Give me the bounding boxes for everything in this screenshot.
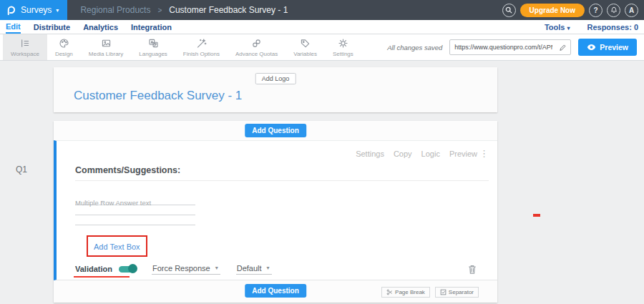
tool-variables[interactable]: Variables xyxy=(286,34,325,60)
answer-placeholder: Multiple Row Answer text xyxy=(75,199,151,207)
annotation-red-dash xyxy=(533,214,540,217)
breadcrumb-folder[interactable]: Regional Products xyxy=(80,5,150,15)
upgrade-now-button[interactable]: Upgrade Now xyxy=(520,4,585,17)
trash-icon xyxy=(467,264,477,275)
survey-canvas: Q1 Add Logo Customer Feedback Survey - 1… xyxy=(0,61,644,303)
bell-icon xyxy=(610,6,618,14)
palette-icon xyxy=(58,37,70,49)
question-section: Add Question Settings Copy Logic Preview… xyxy=(54,121,497,303)
chevron-down-icon: ▾ xyxy=(215,265,218,271)
delete-question-button[interactable] xyxy=(467,264,477,275)
survey-header-card: Add Logo Customer Feedback Survey - 1 xyxy=(54,67,497,112)
tag-icon xyxy=(299,37,311,49)
add-question-strip-bottom: Add Question Page Break Separator xyxy=(54,280,497,303)
translate-icon xyxy=(147,37,160,49)
validation-label: Validation xyxy=(75,265,112,273)
answer-row-2[interactable] xyxy=(75,205,195,215)
survey-url-box xyxy=(449,39,571,55)
question-content: Comments/Suggestions: Multiple Row Answe… xyxy=(57,141,497,257)
question-more-menu-icon[interactable]: ⋮ xyxy=(479,148,489,159)
checkbox-icon xyxy=(440,289,447,295)
edit-url-button[interactable] xyxy=(555,44,570,52)
add-question-button-top[interactable]: Add Question xyxy=(245,124,306,137)
tab-integration[interactable]: Integration xyxy=(131,20,172,34)
product-switcher[interactable]: Surveys ▾ xyxy=(0,0,67,20)
question-logic-link[interactable]: Logic xyxy=(421,149,440,158)
breadcrumb: Regional Products > Customer Feedback Su… xyxy=(80,5,288,15)
notifications-button[interactable] xyxy=(607,4,620,17)
questionpro-logo-icon xyxy=(6,5,16,16)
add-logo-button[interactable]: Add Logo xyxy=(255,73,296,84)
add-question-button-bottom[interactable]: Add Question xyxy=(245,284,306,298)
survey-url-input[interactable] xyxy=(450,44,555,51)
default-dropdown[interactable]: Default ▾ xyxy=(236,264,272,275)
page-break-button[interactable]: Page Break xyxy=(381,287,430,298)
survey-title[interactable]: Customer Feedback Survey - 1 xyxy=(74,89,242,103)
editor-toolbar: Workspace Design Media Library Languages… xyxy=(0,34,644,61)
separator-button[interactable]: Separator xyxy=(435,287,479,298)
validation-toggle[interactable] xyxy=(119,266,136,273)
avatar-initial: A xyxy=(629,6,634,14)
answer-row-3[interactable] xyxy=(75,215,195,225)
chevron-down-icon: ▾ xyxy=(567,25,570,31)
chevron-down-icon: ▾ xyxy=(267,265,270,271)
add-text-box-link[interactable]: Add Text Box xyxy=(94,242,140,251)
product-name: Surveys xyxy=(21,5,52,15)
gear-icon xyxy=(337,37,349,49)
question-footer: Validation Force Response ▾ Default ▾ xyxy=(57,258,497,280)
responses-count[interactable]: Responses: 0 xyxy=(587,23,638,31)
topbar-actions: Upgrade Now ? A xyxy=(502,4,644,17)
answer-row-1[interactable]: Multiple Row Answer text xyxy=(75,195,195,205)
question-settings-link[interactable]: Settings xyxy=(356,149,384,158)
nav-right: Tools ▾ Responses: 0 xyxy=(545,23,638,31)
account-avatar[interactable]: A xyxy=(625,4,638,17)
tab-edit[interactable]: Edit xyxy=(6,20,21,34)
survey-nav: Edit Distribute Analytics Integration To… xyxy=(0,20,644,34)
tab-distribute[interactable]: Distribute xyxy=(34,20,70,34)
image-icon xyxy=(100,37,112,49)
tool-finish-options[interactable]: Finish Options xyxy=(175,34,228,60)
search-button[interactable] xyxy=(502,4,516,17)
toggle-knob xyxy=(128,264,137,273)
pencil-icon xyxy=(559,44,567,52)
tool-design[interactable]: Design xyxy=(47,34,81,60)
tool-languages[interactable]: Languages xyxy=(131,34,175,60)
quota-links-icon xyxy=(250,37,263,49)
page-controls: Page Break Separator xyxy=(381,287,479,298)
add-text-box-highlight: Add Text Box xyxy=(87,235,147,257)
tools-menu[interactable]: Tools ▾ xyxy=(545,23,570,31)
breadcrumb-survey-name: Customer Feedback Survey - 1 xyxy=(169,5,288,15)
tool-media-library[interactable]: Media Library xyxy=(81,34,131,60)
help-button[interactable]: ? xyxy=(589,4,602,17)
question-card: Settings Copy Logic Preview ⋮ Comments/S… xyxy=(54,140,497,280)
toolbar-right: All changes saved Preview xyxy=(387,34,644,60)
scissors-icon xyxy=(386,289,393,295)
validation-annotation-underline xyxy=(74,276,130,278)
workspace-icon xyxy=(19,37,31,49)
preview-button[interactable]: Preview xyxy=(578,39,637,56)
magic-wand-icon xyxy=(195,37,208,49)
tool-advance-quotas[interactable]: Advance Quotas xyxy=(228,34,286,60)
question-copy-link[interactable]: Copy xyxy=(394,149,412,158)
force-response-dropdown[interactable]: Force Response ▾ xyxy=(152,264,220,275)
tab-analytics[interactable]: Analytics xyxy=(83,20,118,34)
tool-workspace[interactable]: Workspace xyxy=(3,34,47,60)
top-bar: Surveys ▾ Regional Products > Customer F… xyxy=(0,0,644,20)
question-preview-link[interactable]: Preview xyxy=(449,149,477,158)
question-text-underline xyxy=(75,180,489,181)
question-text[interactable]: Comments/Suggestions: xyxy=(75,165,490,175)
search-icon xyxy=(505,6,512,14)
add-question-strip-top: Add Question xyxy=(54,121,497,140)
save-status: All changes saved xyxy=(387,44,442,52)
question-mark-icon: ? xyxy=(593,6,597,14)
chevron-down-icon: ▾ xyxy=(56,7,59,14)
question-number-label: Q1 xyxy=(16,165,27,175)
eye-icon xyxy=(587,44,596,51)
breadcrumb-separator: > xyxy=(157,6,162,14)
tool-settings[interactable]: Settings xyxy=(325,34,361,60)
question-action-links: Settings Copy Logic Preview xyxy=(356,149,477,158)
